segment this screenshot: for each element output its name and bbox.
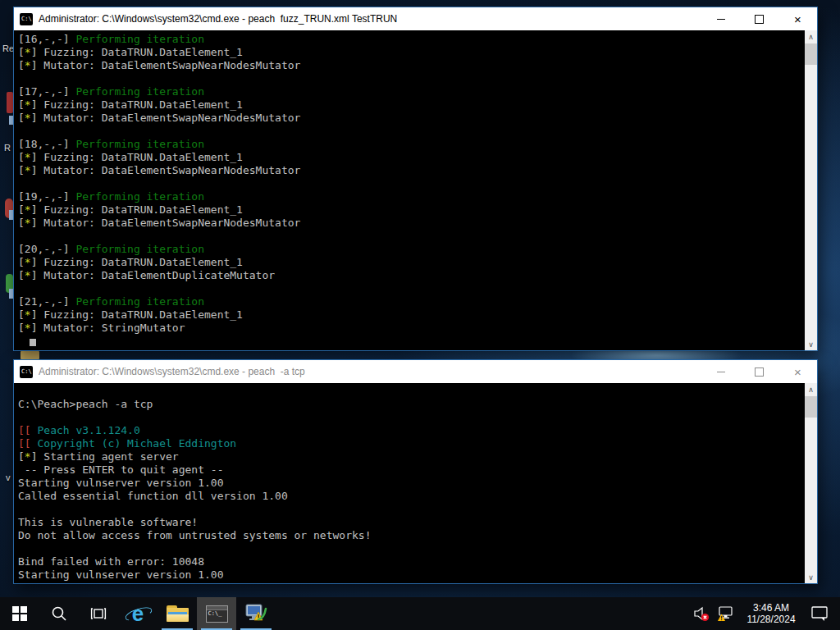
- internet-explorer-button[interactable]: e: [118, 597, 158, 630]
- console-line: [*] Fuzzing: DataTRUN.DataElement_1: [18, 151, 805, 164]
- console-line: [*] Mutator: DataElementSwapNearNodesMut…: [18, 59, 805, 72]
- console-output: C:\Peach>peach -a tcp[[ Peach v3.1.124.0…: [14, 383, 805, 583]
- desktop-icon-label-fragment: Re: [2, 43, 14, 53]
- console-line: [*] Fuzzing: DataTRUN.DataElement_1: [18, 256, 805, 269]
- cmd-icon: C:\: [20, 366, 33, 378]
- volume-muted-button[interactable]: [689, 597, 714, 630]
- console-line: [18, 177, 805, 190]
- close-button[interactable]: ×: [778, 360, 817, 383]
- maximize-button[interactable]: [740, 7, 778, 30]
- console-line: [18,-,-] Performing iteration: [18, 138, 805, 151]
- console-line: [18, 72, 805, 85]
- close-icon: ×: [794, 366, 801, 378]
- internet-explorer-icon: e: [126, 602, 149, 625]
- console-line: [*] Fuzzing: DataTRUN.DataElement_1: [18, 46, 805, 59]
- vertical-scrollbar[interactable]: ∧ ∨: [805, 383, 817, 583]
- console-line: [*] Mutator: StringMutator: [18, 322, 805, 335]
- console-line: This is vulnerable software!: [18, 516, 805, 529]
- cmd-window-agent: C:\ Administrator: C:\Windows\system32\c…: [13, 359, 818, 584]
- desktop-icon-fragment: [7, 92, 13, 113]
- console-line: [[ Copyright (c) Michael Eddington: [18, 437, 805, 450]
- close-button[interactable]: ×: [778, 7, 817, 30]
- console-line: [17,-,-] Performing iteration: [18, 85, 805, 98]
- app-monitor-warning-icon: [245, 604, 267, 623]
- file-explorer-button[interactable]: [158, 597, 197, 630]
- speaker-muted-icon: [692, 605, 710, 623]
- clock-time: 3:46 AM: [742, 602, 801, 614]
- start-button[interactable]: [0, 597, 39, 630]
- titlebar[interactable]: C:\ Administrator: C:\Windows\system32\c…: [14, 360, 817, 383]
- console-line: [*] Mutator: DataElementDuplicateMutator: [18, 269, 805, 282]
- network-status-button[interactable]: [714, 597, 738, 630]
- system-tray: 3:46 AM 11/28/2024: [689, 597, 840, 630]
- maximize-button[interactable]: [740, 360, 778, 383]
- console-line: [19,-,-] Performing iteration: [18, 190, 805, 203]
- scrollbar-thumb[interactable]: [805, 43, 817, 65]
- window-title: Administrator: C:\Windows\system32\cmd.e…: [39, 366, 701, 377]
- scroll-up-icon[interactable]: ∧: [805, 30, 817, 43]
- clock-date: 11/28/2024: [742, 614, 801, 625]
- minimize-icon: [717, 19, 725, 20]
- minimize-button[interactable]: [701, 360, 740, 383]
- scroll-down-icon[interactable]: ∨: [805, 338, 817, 350]
- console-line: [*] Starting agent server: [18, 450, 805, 463]
- task-view-button[interactable]: [79, 597, 118, 630]
- console-line: [*] Fuzzing: DataTRUN.DataElement_1: [18, 308, 805, 322]
- desktop-icon-label-fragment: R: [4, 143, 11, 153]
- search-icon: [51, 605, 67, 622]
- action-center-icon: [810, 604, 829, 623]
- console-line: Bind failed with error: 10048: [18, 555, 805, 568]
- cmd-icon: C:\: [20, 13, 33, 25]
- console-line: Called essential function dll version 1.…: [18, 490, 805, 503]
- console-line: [18, 282, 805, 295]
- minimize-button[interactable]: [701, 7, 740, 30]
- console-line: [20,-,-] Performing iteration: [18, 243, 805, 256]
- console-line: [21,-,-] Performing iteration: [18, 295, 805, 308]
- windows-logo-icon: [12, 606, 27, 621]
- cmd-icon: C:\_: [206, 605, 228, 623]
- close-icon: ×: [794, 13, 801, 25]
- action-center-button[interactable]: [804, 597, 835, 630]
- console-line: [18, 125, 805, 138]
- text-cursor: [30, 339, 36, 346]
- maximize-icon: [755, 368, 764, 377]
- console-line: [*] Mutator: DataElementSwapNearNodesMut…: [18, 164, 805, 177]
- console-line: [*] Fuzzing: DataTRUN.DataElement_1: [18, 203, 805, 217]
- console-line: -- Press ENTER to quit agent --: [18, 463, 805, 477]
- console-output: [16,-,-] Performing iteration[*] Fuzzing…: [14, 30, 805, 350]
- console-line: [*] Mutator: DataElementSwapNearNodesMut…: [18, 217, 805, 230]
- taskbar-clock[interactable]: 3:46 AM 11/28/2024: [738, 602, 804, 625]
- scroll-up-icon[interactable]: ∧: [805, 383, 817, 395]
- task-view-icon: [90, 605, 107, 622]
- scrollbar-thumb[interactable]: [805, 396, 817, 418]
- console-line: [[ Peach v3.1.124.0: [18, 424, 805, 437]
- console-line: [*] Mutator: DataElementSwapNearNodesMut…: [18, 112, 805, 125]
- console-line: Starting vulnserver version 1.00: [18, 568, 805, 582]
- minimize-icon: [717, 372, 725, 372]
- desktop-icon-label-fragment: v: [6, 472, 11, 482]
- console-line: Starting vulnserver version 1.00: [18, 477, 805, 490]
- taskbar: e C:\_: [0, 597, 840, 630]
- titlebar[interactable]: C:\ Administrator: C:\Windows\system32\c…: [14, 7, 817, 30]
- vulnserver-taskbar-button[interactable]: [236, 597, 276, 630]
- console-line: [18, 411, 805, 424]
- console-line: [*] Fuzzing: DataTRUN.DataElement_1: [18, 98, 805, 112]
- cmd-window-fuzzer: C:\ Administrator: C:\Windows\system32\c…: [13, 7, 818, 351]
- cmd-taskbar-button[interactable]: C:\_: [197, 597, 236, 630]
- desktop-icon-fragment: [21, 351, 39, 359]
- console-line: [18, 230, 805, 243]
- console-line: Do not allow access from untrusted syste…: [18, 529, 805, 542]
- maximize-icon: [755, 15, 764, 24]
- network-warning-icon: [716, 605, 736, 623]
- scroll-down-icon[interactable]: ∨: [805, 571, 817, 583]
- window-title: Administrator: C:\Windows\system32\cmd.e…: [39, 13, 701, 25]
- search-button[interactable]: [39, 597, 79, 630]
- console-line: [16,-,-] Performing iteration: [18, 33, 805, 46]
- console-line: [18, 503, 805, 516]
- folder-icon: [167, 605, 189, 622]
- vertical-scrollbar[interactable]: ∧ ∨: [805, 30, 817, 350]
- console-line: [18, 542, 805, 555]
- console-line: C:\Peach>peach -a tcp: [18, 398, 805, 411]
